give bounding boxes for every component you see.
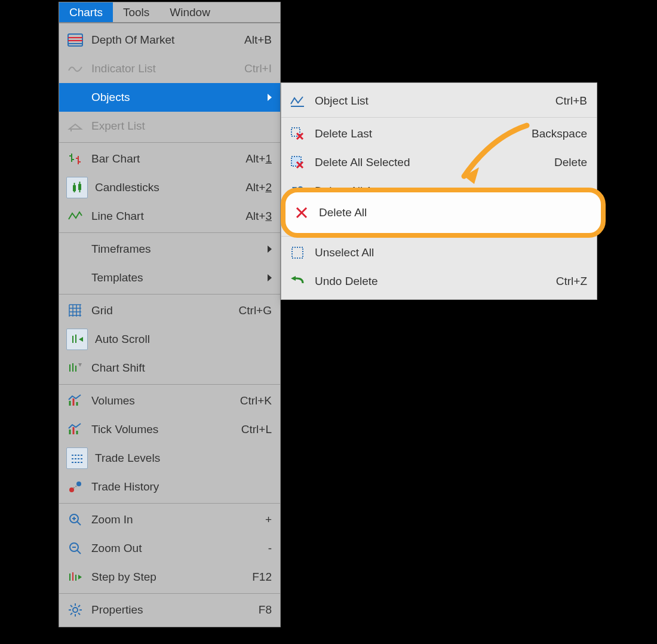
volumes-icon [66,392,84,410]
submenu-delete-all-selected[interactable]: Delete All Selected Delete [281,148,597,177]
menu-properties-label: Properties [91,603,259,617]
bar-chart-icon [66,150,84,168]
submenu-unselect-all[interactable]: Unselect All [281,238,597,267]
menu-auto-scroll-label: Auto Scroll [95,333,272,346]
line-chart-icon [66,207,84,225]
menubar-tools-label: Tools [123,6,149,19]
menu-expert-list-label: Expert List [91,119,272,133]
zoom-out-icon [66,539,84,557]
indicator-list-icon [66,60,84,78]
menu-separator [59,142,280,143]
menu-line-chart-shortcut: Alt+3 [245,210,272,223]
menu-objects[interactable]: Objects [59,83,280,112]
menu-line-chart[interactable]: Line Chart Alt+3 [59,202,280,231]
object-list-icon [288,92,306,110]
menubar-window[interactable]: Window [159,2,220,22]
svg-point-39 [69,487,74,492]
menu-step-by-step-shortcut: F12 [252,571,272,584]
auto-scroll-icon [66,329,88,350]
zoom-in-icon [66,511,84,529]
submenu-separator [281,236,597,237]
menu-bar-chart-shortcut: Alt+1 [245,152,272,165]
submenu-delete-all-label: Delete All [319,206,594,219]
menu-zoom-in-label: Zoom In [91,513,265,526]
trade-history-icon [66,478,84,496]
menu-bar-chart[interactable]: Bar Chart Alt+1 [59,145,280,173]
menu-expert-list: Expert List [59,112,280,140]
menu-grid-label: Grid [91,304,239,317]
menu-candlesticks-shortcut: Alt+2 [245,181,272,194]
submenu-undo-delete-shortcut: Ctrl+Z [556,275,587,288]
menu-grid-shortcut: Ctrl+G [239,304,272,317]
menu-zoom-in-shortcut: + [265,513,272,526]
submenu-separator [281,117,597,118]
menubar-charts-label: Charts [69,6,103,19]
menu-objects-label: Objects [91,91,268,104]
menu-trade-history-label: Trade History [91,480,272,493]
delete-all-selected-icon [288,154,306,171]
submenu-arrow-icon [268,246,272,253]
candlesticks-icon [66,177,88,198]
step-by-step-icon [66,568,84,586]
menu-indicator-list-shortcut: Ctrl+I [244,62,272,75]
submenu-object-list-label: Object List [315,94,555,108]
menu-properties[interactable]: Properties F8 [59,596,280,624]
svg-marker-52 [78,575,82,579]
submenu-delete-all-arrows-label: Delete All Arrows [315,185,587,198]
menu-trade-history[interactable]: Trade History [59,473,280,501]
menu-separator [59,593,280,594]
menu-separator [59,294,280,295]
menu-trade-levels[interactable]: Trade Levels [59,444,280,473]
menu-depth-of-market-label: Depth Of Market [91,33,244,47]
menu-templates-label: Templates [91,271,268,284]
menu-timeframes-label: Timeframes [91,243,268,256]
menu-zoom-in[interactable]: Zoom In + [59,505,280,534]
submenu-undo-delete[interactable]: Undo Delete Ctrl+Z [281,267,597,296]
properties-icon [66,601,84,619]
submenu-arrow-icon [268,94,272,101]
menu-tick-volumes[interactable]: Tick Volumes Ctrl+L [59,415,280,444]
menu-grid[interactable]: Grid Ctrl+G [59,296,280,325]
menu-volumes-shortcut: Ctrl+K [240,394,272,407]
menu-depth-of-market[interactable]: Depth Of Market Alt+B [59,26,280,54]
menu-chart-shift-label: Chart Shift [91,361,272,375]
menubar-window-label: Window [170,6,210,19]
menu-tick-volumes-shortcut: Ctrl+L [241,423,272,436]
menubar-charts[interactable]: Charts [59,2,113,22]
unselect-all-icon [288,244,306,262]
depth-of-market-icon [66,31,84,49]
menu-templates[interactable]: Templates [59,263,280,292]
blank-icon [66,88,84,106]
expert-list-icon [66,117,84,135]
menu-zoom-out-label: Zoom Out [91,542,268,555]
menu-auto-scroll[interactable]: Auto Scroll [59,325,280,354]
menu-zoom-out[interactable]: Zoom Out - [59,534,280,563]
submenu-object-list-shortcut: Ctrl+B [555,94,587,108]
menu-timeframes[interactable]: Timeframes [59,235,280,263]
menu-candlesticks-label: Candlesticks [95,181,245,194]
menu-zoom-out-shortcut: - [268,542,272,555]
menu-separator [59,503,280,504]
menu-chart-shift[interactable]: Chart Shift [59,354,280,382]
submenu-unselect-all-label: Unselect All [315,246,587,259]
submenu-delete-last-shortcut: Backspace [532,127,587,140]
menu-step-by-step-label: Step by Step [91,571,252,584]
svg-line-58 [70,605,72,607]
menu-step-by-step[interactable]: Step by Step F12 [59,563,280,591]
menu-volumes[interactable]: Volumes Ctrl+K [59,387,280,415]
submenu-object-list[interactable]: Object List Ctrl+B [281,87,597,115]
charts-menu: Depth Of Market Alt+B Indicator List Ctr… [59,23,281,627]
svg-marker-69 [292,187,297,192]
menu-candlesticks[interactable]: Candlesticks Alt+2 [59,173,280,202]
objects-submenu: Object List Ctrl+B Delete Last Backspace… [281,82,597,300]
svg-line-59 [78,613,80,615]
submenu-delete-last[interactable]: Delete Last Backspace [281,119,597,148]
submenu-delete-last-label: Delete Last [315,127,532,140]
submenu-delete-all[interactable]: Delete All [293,197,594,228]
menu-volumes-label: Volumes [91,394,240,407]
svg-line-61 [78,605,80,607]
submenu-arrow-icon [268,274,272,281]
menubar-tools[interactable]: Tools [113,2,159,22]
svg-line-47 [77,550,81,554]
svg-marker-25 [79,337,83,342]
